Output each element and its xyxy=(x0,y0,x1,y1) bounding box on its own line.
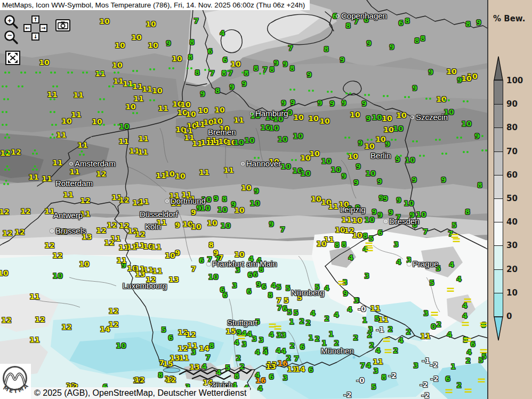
colorbar-band xyxy=(494,151,503,175)
title-bar: MetMaps, Icon WW-Symbol, Mos Temperature… xyxy=(0,0,310,10)
arrow-down-icon: ↓ xyxy=(33,34,37,39)
colorbar-tick-label: 10 xyxy=(506,288,518,298)
screenshot-button[interactable] xyxy=(55,19,70,31)
legend-title: % Bew. xyxy=(493,14,525,23)
zoom-in-button[interactable]: + xyxy=(3,14,19,30)
magnifier-plus-icon: + xyxy=(3,14,19,30)
colorbar-tick-label: 60 xyxy=(506,170,518,180)
colorbar-tick-label: 90 xyxy=(506,99,518,109)
zoom-out-button[interactable]: − xyxy=(3,29,19,45)
metmaps-logo[interactable]: METMAPS xyxy=(0,364,31,399)
colorbar-band xyxy=(494,175,503,198)
map-background xyxy=(0,0,488,399)
arrow-left-icon: ← xyxy=(25,25,29,31)
camera-icon xyxy=(58,21,68,29)
colorbar-band xyxy=(494,222,503,245)
arrow-up-icon: ↑ xyxy=(33,17,37,22)
colorbar-band xyxy=(494,81,503,104)
colorbar-band xyxy=(494,245,503,269)
colorbar-band xyxy=(494,269,503,293)
map-canvas[interactable]: 1010101010910101010111111111110111111101… xyxy=(0,0,488,399)
colorbar-tick-label: 0 xyxy=(506,312,512,321)
map-title: MetMaps, Icon WW-Symbol, Mos Temperature… xyxy=(2,1,305,9)
colorbar-band xyxy=(494,127,503,151)
colorbar-band xyxy=(494,198,503,222)
colorbar-tick-label: 30 xyxy=(506,241,518,250)
svg-text:−: − xyxy=(7,31,12,39)
svg-text:+: + xyxy=(7,17,12,25)
pan-left-button[interactable]: ← xyxy=(23,24,31,32)
pan-down-button[interactable]: ↓ xyxy=(31,33,39,41)
magnifier-minus-icon: − xyxy=(3,29,19,45)
attribution-bar: © 2025 (AGB), OpenStreetMap, Deutscher W… xyxy=(30,387,250,399)
colorbar-tick-label: 80 xyxy=(506,123,518,132)
pan-right-button[interactable]: → xyxy=(39,24,47,32)
colorbar-band xyxy=(494,104,503,127)
colorbar-bottom-arrow xyxy=(494,316,503,341)
colorbar-tick-label: 40 xyxy=(506,217,518,227)
colorbar-top-arrow xyxy=(494,56,503,81)
pan-up-button[interactable]: ↑ xyxy=(31,15,39,23)
fullscreen-button[interactable] xyxy=(5,51,20,65)
arrow-right-icon: → xyxy=(41,25,45,31)
expand-arrows-icon xyxy=(7,53,18,63)
colorbar-tick-label: 70 xyxy=(506,147,518,156)
attribution-text: © 2025 (AGB), OpenStreetMap, Deutscher W… xyxy=(34,388,246,397)
metmaps-logo-icon: METMAPS xyxy=(0,364,31,399)
colorbar-tick-label: 100 xyxy=(506,76,523,85)
lake-chiemsee xyxy=(353,356,356,359)
metmaps-app: 1010101010910101010111111111110111111101… xyxy=(0,0,532,399)
legend-panel: % Bew. 1009080706050403020100 xyxy=(488,0,532,399)
legend-colorbar xyxy=(494,81,503,316)
colorbar-band xyxy=(494,293,503,316)
colorbar-tick-label: 50 xyxy=(506,194,518,203)
lake-constance xyxy=(163,368,180,373)
colorbar-tick-label: 20 xyxy=(506,265,518,274)
